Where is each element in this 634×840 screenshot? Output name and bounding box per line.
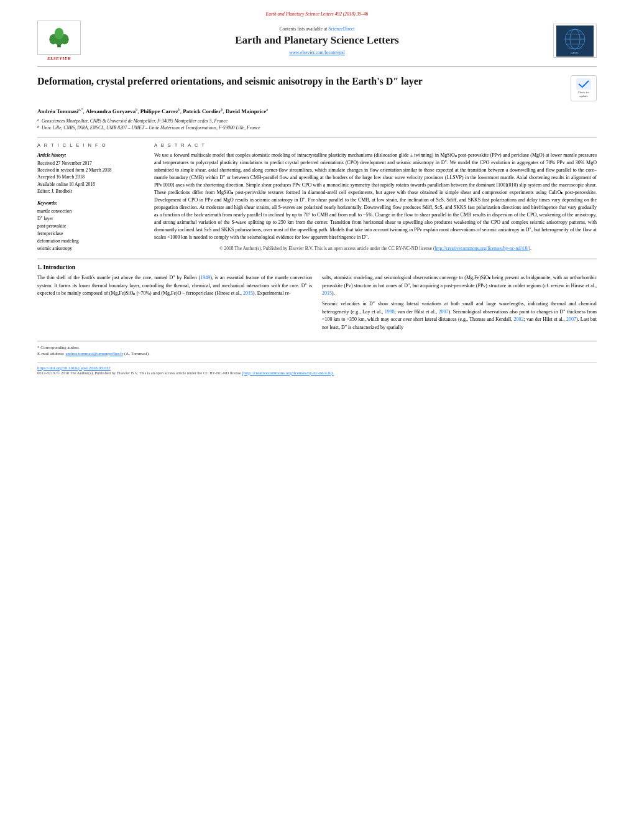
affil-a-text: Geosciences Montpellier, CNRS & Universi… (42, 118, 227, 124)
abstract-paragraph: We use a forward multiscale model that c… (154, 152, 597, 241)
check-update-badge: Check forupdates (571, 75, 597, 101)
header-section: ELSEVIER Contents lists available at Sci… (37, 21, 597, 67)
abstract-text: We use a forward multiscale model that c… (154, 152, 597, 252)
author-mainprice: David Mainprice (226, 108, 266, 114)
contents-available: Contents lists available at ScienceDirec… (93, 26, 541, 32)
elsevier-tree-icon (44, 27, 75, 48)
header-center: Contents lists available at ScienceDirec… (81, 26, 553, 55)
elsevier-logo-img (37, 21, 81, 55)
author-sup-b2: b (178, 108, 180, 111)
authors-section: Andréa Tommasia,*, Alexandra Goryaevab, … (37, 108, 597, 132)
corresponding-text: * Corresponding author. (37, 345, 80, 350)
keyword-3: post-perovskite (37, 223, 143, 230)
abstract-col: A B S T R A C T We use a forward multisc… (154, 142, 597, 253)
author-carrez: Philippe Carrez (140, 108, 178, 114)
lay-ref[interactable]: 1998 (385, 309, 395, 315)
corresponding-note: * Corresponding author. (37, 345, 597, 350)
doi-bottom-link[interactable]: https://doi.org/10.1016/j.epsl.2018.03.0… (37, 366, 597, 371)
affil-sup-a: a (37, 118, 39, 124)
check-updates-icon (576, 78, 591, 90)
journal-bar-text: Earth and Planetary Science Letters 492 … (266, 11, 369, 17)
authors-line: Andréa Tommasia,*, Alexandra Goryaevab, … (37, 108, 597, 114)
body-col-right: sults, atomistic modeling, and seismolog… (322, 274, 597, 335)
header-divider (37, 137, 597, 137)
affiliations: a Geosciences Montpellier, CNRS & Univer… (37, 118, 597, 132)
editor-line: Editor: J. Brodholt (37, 188, 143, 195)
affil-a: a Geosciences Montpellier, CNRS & Univer… (37, 118, 597, 124)
license-line: © 2018 The Author(s). Published by Elsev… (154, 245, 597, 252)
svg-point-4 (55, 28, 64, 39)
article-title-main: Deformation, crystal preferred orientati… (37, 75, 561, 88)
intro-heading-text: 1. Introduction (37, 264, 75, 270)
bullen-ref[interactable]: 1949 (200, 275, 210, 280)
article-info-heading: A R T I C L E I N F O (37, 142, 143, 148)
page-bottom-bar: https://doi.org/10.1016/j.epsl.2018.03.0… (37, 362, 597, 376)
email-link[interactable]: andrea.tommasi@umontpellier.fr (66, 351, 124, 356)
journal-url-link[interactable]: www.elsevier.com/locate/epsl (289, 50, 344, 55)
doi-anchor[interactable]: https://doi.org/10.1016/j.epsl.2018.03.0… (37, 366, 111, 371)
received-revised-date: Received in revised form 2 March 2018 (37, 167, 143, 173)
available-date: Available online 10 April 2018 (37, 181, 143, 188)
body-divider (37, 259, 597, 259)
copyright-text: 0012-821X/© 2018 The Author(s). Publishe… (37, 371, 241, 375)
author-sup-a1: a,* (78, 108, 83, 111)
author-tommasi: Andréa Tommasi (37, 108, 78, 114)
author-goryaeva: Alexandra Goryaeva (86, 108, 136, 114)
email-suffix: (A. Tommasi). (124, 351, 150, 356)
intro-right-text-1: sults, atomistic modeling, and seismolog… (322, 274, 597, 297)
author-cordier: Patrick Cordier (183, 108, 221, 114)
author-sup-b3: b (221, 108, 223, 111)
author-sup-b1: b (136, 108, 137, 111)
earth-logo-icon: EARTH (556, 25, 594, 57)
footnote-area: * Corresponding author. E-mail address: … (37, 341, 597, 356)
journal-bar: Earth and Planetary Science Letters 492 … (37, 11, 597, 17)
abstract-heading: A B S T R A C T (154, 142, 597, 148)
sciencedirect-link[interactable]: ScienceDirect (328, 26, 354, 32)
keyword-2: D″ layer (37, 215, 143, 223)
body-section: The thin shell of the Earth's mantle jus… (37, 274, 597, 335)
keyword-6: seismic anisotropy (37, 245, 143, 252)
article-title: Deformation, crystal preferred orientati… (37, 75, 561, 88)
vdhilst-ref1[interactable]: 2007 (439, 309, 449, 315)
body-col-left: The thin shell of the Earth's mantle jus… (37, 274, 312, 335)
journal-title: Earth and Planetary Science Letters (93, 34, 541, 47)
accepted-date: Accepted 16 March 2018 (37, 173, 143, 180)
license-link[interactable]: http://creativecommons.org/licenses/by-n… (435, 246, 529, 251)
page: Earth and Planetary Science Letters 492 … (0, 0, 634, 390)
intro-right-text-2: Seismic velocities in D″ show strong lat… (322, 300, 597, 331)
keyword-5: deformation modeling (37, 238, 143, 245)
author-sup-a2: a (266, 108, 268, 111)
article-info-col: A R T I C L E I N F O Article history: R… (37, 142, 143, 253)
keyword-1: mantle convection (37, 208, 143, 215)
license-bottom-link[interactable]: (http://creativecommons.org/licenses/by-… (242, 371, 334, 376)
article-title-section: Deformation, crystal preferred orientati… (37, 75, 597, 101)
affil-b: b Univ. Lille, CNRS, INRA, ENSCL, UMR 82… (37, 124, 597, 131)
copyright-bottom: 0012-821X/© 2018 The Author(s). Publishe… (37, 371, 597, 376)
hirose-ref-left[interactable]: 2015 (243, 290, 253, 296)
info-abstract-section: A R T I C L E I N F O Article history: R… (37, 142, 597, 253)
elsevier-logo-area: ELSEVIER (37, 21, 81, 61)
svg-rect-12 (576, 78, 591, 90)
keywords-label: Keywords: (37, 200, 143, 206)
history-label: Article history: (37, 152, 143, 159)
keywords-list: mantle convection D″ layer post-perovski… (37, 208, 143, 252)
svg-text:EARTH: EARTH (571, 52, 579, 55)
affil-b-text: Univ. Lille, CNRS, INRA, ENSCL, UMR 8207… (42, 124, 260, 131)
journal-url[interactable]: www.elsevier.com/locate/epsl (93, 50, 541, 55)
intro-heading: 1. Introduction (37, 264, 597, 270)
vdhilst-ref2[interactable]: 2007 (566, 316, 576, 322)
email-label: E-mail address: (37, 351, 65, 356)
intro-left-text: The thin shell of the Earth's mantle jus… (37, 274, 312, 297)
earth-logo: EARTH (553, 24, 597, 58)
keywords-block: Keywords: mantle convection D″ layer pos… (37, 200, 143, 252)
received-date: Received 27 November 2017 (37, 160, 143, 167)
thomas-ref[interactable]: 2002 (514, 316, 524, 322)
keyword-4: ferropericlase (37, 230, 143, 238)
affil-sup-b: b (37, 124, 39, 131)
article-info-block: Article history: Received 27 November 20… (37, 152, 143, 253)
email-note: E-mail address: andrea.tommasi@umontpell… (37, 351, 597, 356)
hirose-ref-right[interactable]: 2015 (322, 290, 332, 296)
elsevier-label: ELSEVIER (47, 56, 71, 61)
